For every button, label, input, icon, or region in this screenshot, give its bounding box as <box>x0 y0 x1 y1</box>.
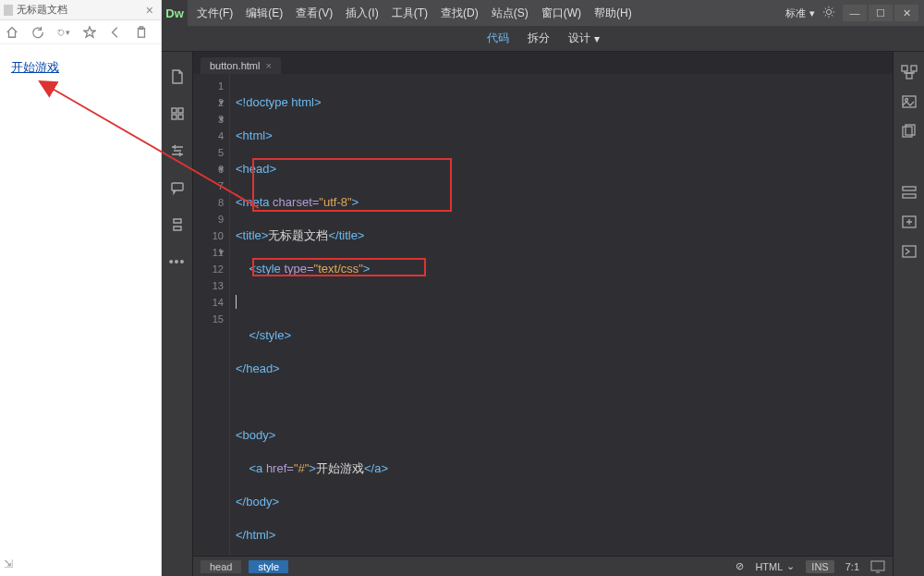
editor-tool-strip: ••• <box>162 52 193 576</box>
menu-site[interactable]: 站点(S) <box>486 6 534 21</box>
line-number: 11▼ <box>193 244 224 261</box>
code-editor[interactable]: 1 2▼ 3▼ 4 5 6▼ 7 8 9 10 11▼ 12 13 14 15 … <box>193 74 893 556</box>
view-split[interactable]: 拆分 <box>528 31 550 46</box>
file-tab[interactable]: button.html × <box>201 57 281 74</box>
language-selector[interactable]: HTML ⌄ <box>755 560 795 572</box>
assets-panel-icon[interactable] <box>901 94 918 109</box>
line-number: 6▼ <box>193 161 224 178</box>
line-number: 2▼ <box>193 94 224 111</box>
line-number: 12 <box>193 261 224 277</box>
collapse-icon[interactable] <box>169 142 186 159</box>
svg-rect-16 <box>903 187 916 190</box>
editor: button.html × 1 2▼ 3▼ 4 5 6▼ 7 8 9 10 11… <box>193 52 893 576</box>
line-number: 5 <box>193 144 224 161</box>
workspace-label: 标准 <box>785 6 806 20</box>
file-tab-bar: button.html × <box>193 52 893 74</box>
fold-icon[interactable]: ▼ <box>217 161 225 178</box>
browser-tab[interactable]: 无标题文档 <box>4 3 146 17</box>
files-panel-icon[interactable] <box>901 124 918 139</box>
behaviors-panel-icon[interactable] <box>901 244 918 259</box>
browser-tab-bar: 无标题文档 × <box>0 0 161 20</box>
svg-rect-11 <box>906 73 912 79</box>
cursor-position: 7:1 <box>845 561 859 572</box>
file-icon[interactable] <box>169 68 186 85</box>
svg-rect-6 <box>178 115 183 119</box>
browser-toolbar: ▾ <box>0 20 161 44</box>
svg-rect-7 <box>172 183 183 190</box>
preview-icon[interactable] <box>870 560 885 573</box>
svg-rect-17 <box>903 194 916 198</box>
breadcrumb-head[interactable]: head <box>201 560 241 573</box>
line-number: 9 <box>193 211 224 227</box>
undo-icon[interactable]: ▾ <box>57 26 70 39</box>
code-lines: <!doctype html> <html> <head> <meta char… <box>230 74 394 556</box>
menu-file[interactable]: 文件(F) <box>191 6 238 21</box>
svg-rect-10 <box>911 66 917 71</box>
insert-mode[interactable]: INS <box>806 560 833 573</box>
svg-rect-8 <box>871 561 884 570</box>
view-design[interactable]: 设计 ▾ <box>568 31 600 46</box>
fold-icon[interactable]: ▼ <box>217 244 225 261</box>
svg-point-13 <box>905 99 907 102</box>
preview-link[interactable]: 开始游戏 <box>11 60 59 74</box>
line-number: 14 <box>193 294 224 311</box>
svg-rect-5 <box>172 115 176 119</box>
format-icon[interactable] <box>169 216 186 233</box>
breadcrumb-style[interactable]: style <box>249 560 288 573</box>
reload-icon[interactable] <box>31 26 44 39</box>
menu-bar: Dw 文件(F) 编辑(E) 查看(V) 插入(I) 工具(T) 查找(D) 站… <box>162 0 924 26</box>
back-icon[interactable] <box>109 26 122 39</box>
resize-handle-icon[interactable]: ⇲ <box>4 558 13 570</box>
chevron-down-icon: ⌄ <box>786 560 795 572</box>
menu-help[interactable]: 帮助(H) <box>589 6 638 21</box>
error-indicator[interactable]: ⊘ <box>736 560 744 572</box>
clipboard-icon[interactable] <box>135 26 148 39</box>
home-icon[interactable] <box>6 26 18 39</box>
line-number: 4 <box>193 128 224 144</box>
maximize-button[interactable]: ☐ <box>869 5 893 21</box>
chevron-down-icon: ▾ <box>594 32 600 45</box>
star-icon[interactable] <box>83 26 96 39</box>
close-button[interactable]: ✕ <box>894 5 918 21</box>
fold-icon[interactable]: ▼ <box>217 94 225 111</box>
workspace-switcher[interactable]: 标准 ▾ <box>785 6 815 20</box>
menus: 文件(F) 编辑(E) 查看(V) 插入(I) 工具(T) 查找(D) 站点(S… <box>191 6 638 21</box>
file-tab-close-icon[interactable]: × <box>265 60 271 71</box>
menu-find[interactable]: 查找(D) <box>435 6 484 21</box>
line-number: 10 <box>193 227 224 244</box>
fold-icon[interactable]: ▼ <box>217 111 225 128</box>
svg-rect-3 <box>172 108 176 113</box>
status-bar: head style ⊘ HTML ⌄ INS 7:1 <box>193 556 893 576</box>
dreamweaver-panel: Dw 文件(F) 编辑(E) 查看(V) 插入(I) 工具(T) 查找(D) 站… <box>162 0 924 576</box>
line-number: 13 <box>193 277 224 294</box>
dreamweaver-logo: Dw <box>162 0 188 26</box>
window-controls: — ☐ ✕ <box>843 5 918 21</box>
browser-tab-close-icon[interactable]: × <box>146 3 153 18</box>
view-mode-bar: 代码 拆分 设计 ▾ <box>162 26 924 52</box>
error-icon: ⊘ <box>736 560 744 572</box>
browser-preview-panel: 无标题文档 × ▾ 开始游戏 <box>0 0 162 576</box>
manage-icon[interactable] <box>169 105 186 122</box>
menu-window[interactable]: 窗口(W) <box>536 6 587 21</box>
line-number: 8 <box>193 194 224 211</box>
comment-icon[interactable] <box>169 179 186 196</box>
svg-rect-4 <box>178 108 183 113</box>
menu-view[interactable]: 查看(V) <box>290 6 338 21</box>
chevron-down-icon: ▾ <box>809 7 815 19</box>
menu-edit[interactable]: 编辑(E) <box>240 6 288 21</box>
document-icon <box>4 5 13 16</box>
menu-insert[interactable]: 插入(I) <box>340 6 383 21</box>
menu-tools[interactable]: 工具(T) <box>386 6 433 21</box>
file-tab-label: button.html <box>210 60 260 71</box>
line-number: 7 <box>193 178 224 194</box>
more-icon[interactable]: ••• <box>169 253 186 270</box>
svg-point-2 <box>826 9 831 14</box>
dom-panel-icon[interactable] <box>901 65 918 80</box>
minimize-button[interactable]: — <box>843 5 867 21</box>
view-code[interactable]: 代码 <box>487 31 509 46</box>
line-gutter: 1 2▼ 3▼ 4 5 6▼ 7 8 9 10 11▼ 12 13 14 15 <box>193 74 230 556</box>
css-panel-icon[interactable] <box>901 185 918 200</box>
insert-panel-icon[interactable] <box>901 214 918 229</box>
browser-tab-title: 无标题文档 <box>17 3 67 17</box>
sync-settings-icon[interactable] <box>822 6 835 21</box>
